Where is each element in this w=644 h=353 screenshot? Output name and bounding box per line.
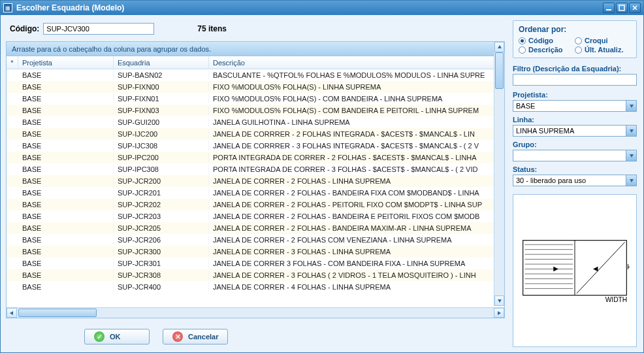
cell-projetista: BASE xyxy=(18,200,114,209)
titlebar: ▦ Escolher Esquadria (Modelo) xyxy=(1,1,643,15)
table-row[interactable]: BASESUP-FIXN01FIXO %MODULOS% FOLHA(S) - … xyxy=(7,93,504,105)
projetista-combo[interactable] xyxy=(513,100,637,112)
vscroll-thumb[interactable] xyxy=(495,52,504,89)
table-row[interactable]: BASESUP-BASN02BASCULANTE - %QTFOL% FOLHA… xyxy=(7,69,504,81)
status-input[interactable] xyxy=(513,175,637,186)
cancel-button[interactable]: ✕ Cancelar xyxy=(163,329,228,345)
row-star xyxy=(7,75,18,76)
close-button[interactable] xyxy=(629,3,641,13)
table-row[interactable]: BASESUP-GUI200JANELA GUILHOTINA - LINHA … xyxy=(7,116,504,128)
row-star xyxy=(7,192,18,193)
row-star xyxy=(7,180,18,182)
hscroll-thumb[interactable] xyxy=(18,309,97,317)
grupo-input[interactable] xyxy=(513,150,637,161)
window-title: Escolher Esquadria (Modelo) xyxy=(16,3,602,12)
table-row[interactable]: BASESUP-JCR206JANELA DE CORRER - 2 FOLHA… xyxy=(7,234,504,246)
table-row[interactable]: BASESUP-JCR203JANELA DE CORRER - 2 FOLHA… xyxy=(7,210,504,222)
codigo-label: Código: xyxy=(10,24,39,33)
cell-projetista: BASE xyxy=(18,224,114,233)
row-star xyxy=(7,227,18,229)
scroll-up-button[interactable] xyxy=(494,42,504,52)
scroll-left-button[interactable] xyxy=(7,308,17,318)
radio-descricao-label: Descrição xyxy=(528,46,563,54)
close-icon: ✕ xyxy=(172,331,183,342)
table-row[interactable]: BASESUP-JCR308JANELA DE CORRER - 3 FOLHA… xyxy=(7,269,504,281)
codigo-input[interactable] xyxy=(43,23,154,35)
radio-dot-icon xyxy=(519,37,526,44)
cell-esquadria: SUP-JCR205 xyxy=(114,224,209,233)
radio-croqui[interactable]: Croqui xyxy=(575,37,631,44)
chevron-down-icon[interactable] xyxy=(626,150,636,161)
chevron-down-icon[interactable] xyxy=(626,175,636,186)
cell-projetista: BASE xyxy=(18,71,114,80)
radio-codigo[interactable]: Código xyxy=(519,37,575,44)
column-header-star[interactable]: * xyxy=(7,56,18,69)
chevron-down-icon[interactable] xyxy=(626,101,636,111)
row-star xyxy=(7,145,18,146)
table-row[interactable]: BASESUP-JCR201JANELA DE CORRER - 2 FOLHA… xyxy=(7,187,504,199)
table-row[interactable]: BASESUP-IPC200PORTA INTEGRADA DE CORRER … xyxy=(7,152,504,163)
row-star xyxy=(7,251,18,252)
cell-descricao: BASCULANTE - %QTFOL% FOLHAS E %MODULOS% … xyxy=(209,71,504,80)
row-star xyxy=(7,204,18,205)
minimize-button[interactable] xyxy=(603,3,615,13)
table-row[interactable]: BASESUP-IPC308PORTA INTEGRADA DE CORRER … xyxy=(7,163,504,175)
scroll-right-button[interactable] xyxy=(494,308,504,318)
linha-combo[interactable] xyxy=(513,125,637,137)
filtro-label: Filtro (Descrição da Esquadria): xyxy=(513,65,637,73)
chevron-down-icon[interactable] xyxy=(626,126,636,136)
cell-projetista: BASE xyxy=(18,176,114,186)
check-icon: ✓ xyxy=(94,331,105,342)
cell-descricao: JANELA DE CORRER - 4 FOLHAS - LINHA SUPR… xyxy=(209,282,504,292)
linha-input[interactable] xyxy=(513,125,637,137)
radio-descricao[interactable]: Descrição xyxy=(519,46,575,54)
cell-esquadria: SUP-JCR400 xyxy=(114,282,209,292)
status-label: Status: xyxy=(513,165,637,173)
table-row[interactable]: BASESUP-FIXN00FIXO %MODULOS% FOLHA(S) - … xyxy=(7,81,504,93)
filters-panel: Filtro (Descrição da Esquadria): Projeti… xyxy=(513,63,637,186)
codigo-row: Código: 75 itens xyxy=(6,22,505,39)
table-row[interactable]: BASESUP-JCR205JANELA DE CORRER - 2 FOLHA… xyxy=(7,222,504,234)
column-header-esquadria[interactable]: Esquadria xyxy=(114,56,209,69)
cell-esquadria: SUP-IPC308 xyxy=(114,165,209,174)
horizontal-scrollbar[interactable] xyxy=(7,307,504,318)
table-row[interactable]: BASESUP-IJC200JANELA DE CORRRER - 2 FOLH… xyxy=(7,128,504,140)
cell-esquadria: SUP-JCR203 xyxy=(114,212,209,221)
table-row[interactable]: BASESUP-JCR202JANELA DE CORRER - 2 FOLHA… xyxy=(7,199,504,210)
row-star xyxy=(7,169,18,170)
cell-descricao: FIXO %MODULOS% FOLHA(S) - COM BANDEIRA E… xyxy=(209,106,504,115)
cell-esquadria: SUP-JCR200 xyxy=(114,176,209,186)
projetista-input[interactable] xyxy=(513,100,637,112)
vertical-scrollbar[interactable] xyxy=(494,42,504,306)
table-row[interactable]: BASESUP-JCR301JANELA DE CORRER 3 FOLHAS … xyxy=(7,258,504,269)
radio-dot-icon xyxy=(575,37,582,44)
ok-button[interactable]: ✓ OK xyxy=(84,329,150,345)
radio-ult-atualiz[interactable]: Últ. Atualiz. xyxy=(575,46,631,54)
row-star xyxy=(7,263,18,264)
cell-descricao: JANELA DE CORRER - 2 FOLHAS COM VENEZIAN… xyxy=(209,235,504,244)
cell-descricao: PORTA INTEGRADA DE CORRER - 3 FOLHAS - $… xyxy=(209,165,504,174)
grupo-combo[interactable] xyxy=(513,150,637,161)
cell-esquadria: SUP-FIXN00 xyxy=(114,82,209,92)
vscroll-track[interactable] xyxy=(494,52,504,295)
filtro-input[interactable] xyxy=(513,74,637,86)
table-row[interactable]: BASESUP-JCR400JANELA DE CORRER - 4 FOLHA… xyxy=(7,281,504,293)
column-header-projetista[interactable]: Projetista xyxy=(18,56,114,69)
hscroll-track[interactable] xyxy=(17,308,494,318)
column-header-descricao[interactable]: Descrição xyxy=(209,56,504,69)
rows-container: BASESUP-BASN02BASCULANTE - %QTFOL% FOLHA… xyxy=(7,69,504,307)
maximize-button[interactable] xyxy=(616,3,628,13)
svg-text:H: H xyxy=(627,263,630,270)
grupo-label: Grupo: xyxy=(513,141,637,148)
table-row[interactable]: BASESUP-JCR200JANELA DE CORRER - 2 FOLHA… xyxy=(7,175,504,187)
status-combo[interactable] xyxy=(513,175,637,186)
table-row[interactable]: BASESUP-JCR300JANELA DE CORRER - 3 FOLHA… xyxy=(7,246,504,258)
cell-descricao: JANELA DE CORRER - 2 FOLHAS - BANDEIRA E… xyxy=(209,212,504,221)
cell-projetista: BASE xyxy=(18,94,114,103)
table-row[interactable]: BASESUP-FIXN03FIXO %MODULOS% FOLHA(S) - … xyxy=(7,105,504,116)
scroll-down-button[interactable] xyxy=(494,295,504,306)
preview-pane: H WIDTH xyxy=(513,194,637,347)
group-by-hint[interactable]: Arraste para cá o cabeçalho da coluna pa… xyxy=(7,42,504,56)
table-row[interactable]: BASESUP-IJC308JANELA DE CORRRER - 3 FOLH… xyxy=(7,140,504,152)
cell-descricao: FIXO %MODULOS% FOLHA(S) - COM BANDEIRA -… xyxy=(209,94,504,103)
